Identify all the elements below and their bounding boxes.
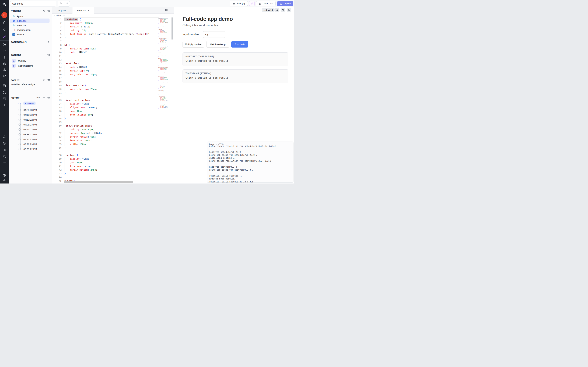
deploy-label: Deploy: [284, 2, 291, 5]
inspect-button[interactable]: [275, 8, 279, 12]
log-line: [esbuild] Build successful in 0.39s: [209, 180, 291, 183]
settings-icon[interactable]: [3, 142, 6, 145]
plus-icon[interactable]: [43, 96, 45, 99]
prism-icon[interactable]: [3, 68, 6, 71]
gear-icon[interactable]: [43, 79, 45, 81]
code-viewport[interactable]: 1234567891011121314151617181920212223242…: [52, 17, 174, 184]
history-current[interactable]: Current: [18, 101, 50, 106]
breadcrumb[interactable]: index.css: [52, 14, 174, 17]
chevron-down-icon[interactable]: [215, 143, 217, 145]
help-icon[interactable]: [3, 174, 6, 177]
plus-icon[interactable]: [3, 103, 6, 107]
runnable-item-get-timestamp[interactable]: bGet timestamp: [10, 63, 50, 68]
history-entry[interactable]: 03:43:23 PM: [18, 127, 50, 132]
line-number: 24: [52, 102, 62, 106]
star-icon[interactable]: [3, 21, 6, 24]
code-line: [64, 150, 158, 153]
ai-wand-button[interactable]: [249, 1, 255, 6]
add-database-icon[interactable]: [47, 79, 50, 81]
line-number: 42: [52, 168, 62, 172]
line-number: 19: [52, 83, 62, 87]
editor-tab-index.css[interactable]: index.css✕: [72, 7, 94, 14]
more-menu-button[interactable]: [225, 2, 229, 6]
get-timestamp-button[interactable]: Get timestamp: [206, 41, 229, 48]
chevron-right-icon[interactable]: [47, 41, 50, 43]
file-item-package.json[interactable]: {}package.json: [10, 28, 50, 32]
workflow-icon[interactable]: [3, 91, 6, 94]
history-entry[interactable]: 03:23:22 PM: [18, 147, 50, 151]
line-number: 5: [52, 32, 62, 36]
history-entry[interactable]: 03:33:23 PM: [18, 137, 50, 142]
history-entry[interactable]: 04:13:22 PM: [18, 117, 50, 122]
magic-wand-icon: [251, 2, 253, 5]
code-line: padding: 20px;: [64, 28, 158, 32]
log-line: Using idb cache for csstype@3.2.3 …: [209, 168, 291, 171]
code-line: margin-bottom: 20px;: [64, 87, 158, 91]
split-editor-icon[interactable]: [165, 8, 168, 11]
dollar-icon[interactable]: [3, 55, 6, 59]
add-folder-icon[interactable]: [47, 9, 50, 12]
add-file-icon[interactable]: [47, 53, 50, 56]
history-entry[interactable]: 03:28:23 PM: [18, 142, 50, 146]
minimap[interactable]: .container { max-width: 600px; margin: 0…: [158, 18, 168, 183]
close-tab-icon[interactable]: ✕: [87, 9, 90, 12]
logs-count: (379): [218, 143, 224, 146]
horizontal-scrollbar-thumb[interactable]: [64, 181, 133, 183]
line-number: 21: [52, 91, 62, 95]
history-entry[interactable]: 04:18:23 PM: [18, 113, 50, 117]
history-dot-icon: [18, 133, 21, 135]
history-entry[interactable]: 04:08:23 PM: [18, 122, 50, 127]
kebab-icon: [225, 2, 229, 5]
undo-button[interactable]: [58, 1, 64, 7]
file-item-App.tsx[interactable]: App.tsx: [10, 14, 50, 18]
arrow-right-icon[interactable]: [3, 179, 6, 182]
folder-open-icon[interactable]: [3, 155, 6, 158]
search-icon[interactable]: [3, 28, 6, 32]
history-entry[interactable]: 04:23:23 PM: [18, 108, 50, 112]
multiply-number-button[interactable]: Multiply number: [182, 41, 204, 48]
log-output[interactable]: Using cached resolution for scheduler@ 0…: [207, 145, 293, 183]
add-file-icon[interactable]: [43, 9, 45, 12]
log-line: Resolved scheduler@0.25.0: [209, 151, 291, 154]
mail-icon[interactable]: [3, 97, 6, 100]
file-item-index.css[interactable]: index.css: [10, 18, 50, 23]
history-entry[interactable]: 03:38:22 PM: [18, 132, 50, 137]
app-name-input[interactable]: [10, 1, 56, 7]
packages-toggle[interactable]: packages (7): [11, 40, 26, 44]
redo-button[interactable]: [64, 1, 70, 7]
calendar-icon[interactable]: [3, 84, 6, 87]
draft-save-button[interactable]: Draft ⌘S: [256, 1, 276, 6]
user-icon[interactable]: [3, 135, 6, 139]
workspace-building-icon[interactable]: [1, 12, 7, 18]
history-dot-icon: [18, 119, 21, 121]
line-number: 38: [52, 153, 62, 157]
editor-tab-App.tsx[interactable]: App.tsx: [52, 7, 72, 14]
runnable-item-multiply[interactable]: aMultiply: [10, 58, 50, 63]
file-item-index.tsx[interactable]: index.tsx: [10, 23, 50, 28]
run-both-button[interactable]: Run both: [231, 41, 248, 48]
windmill-logo[interactable]: [2, 2, 7, 7]
line-number: 15: [52, 69, 62, 73]
refresh-button[interactable]: [287, 8, 291, 12]
magic-wand-icon[interactable]: [3, 35, 6, 38]
line-number: 2: [52, 21, 62, 25]
open-external-button[interactable]: [281, 8, 285, 12]
editor-more-icon[interactable]: [170, 8, 172, 11]
jobs-button[interactable]: Jobs (4): [230, 1, 248, 6]
blocks-icon[interactable]: [3, 62, 6, 65]
play-icon[interactable]: [3, 49, 6, 52]
json-file-icon: {}: [12, 28, 15, 31]
camera-icon[interactable]: [47, 96, 50, 99]
number-input[interactable]: [203, 31, 225, 38]
worker-icon[interactable]: [3, 148, 6, 152]
logs-title[interactable]: Logs: [209, 143, 214, 146]
graduation-cap-icon[interactable]: [3, 74, 6, 78]
select-cursor-icon: [276, 8, 278, 11]
vertical-scrollbar-thumb[interactable]: [172, 17, 173, 40]
runnable-label: Multiply: [18, 60, 26, 62]
list-icon[interactable]: [3, 161, 6, 165]
file-item-wmill.ts[interactable]: TSwmill.ts: [10, 32, 50, 37]
data-empty-text: No tables referenced yet: [11, 83, 35, 86]
deploy-button[interactable]: Deploy: [277, 1, 293, 6]
home-icon[interactable]: [3, 42, 6, 46]
